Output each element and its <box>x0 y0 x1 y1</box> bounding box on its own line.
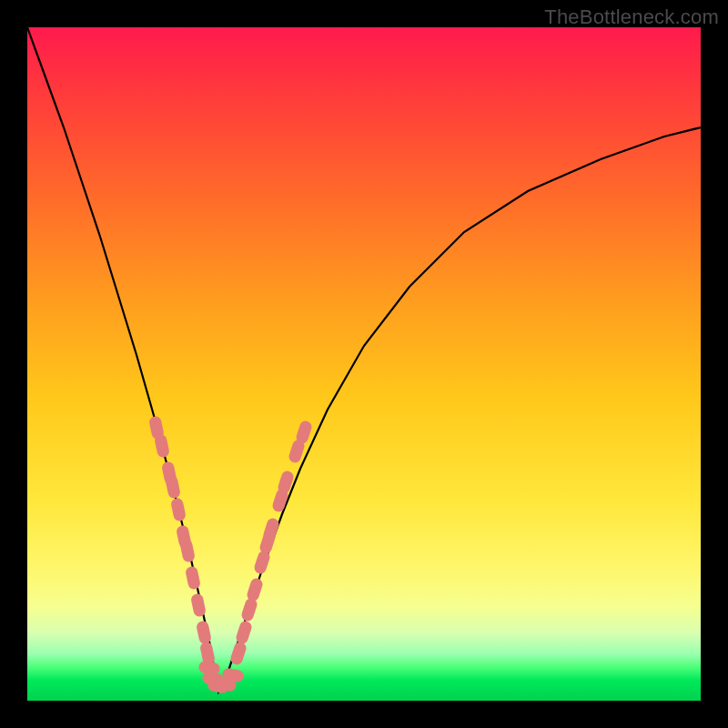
curve-svg <box>27 27 701 701</box>
bead-dot <box>184 547 191 554</box>
bottleneck-curve <box>27 27 701 692</box>
bead-dot <box>277 497 284 504</box>
bead-dot <box>200 629 207 636</box>
bead-dot <box>264 539 271 546</box>
bead-dot <box>206 664 213 672</box>
bead-dot <box>189 574 197 581</box>
bead-dot <box>300 429 308 436</box>
bead-dot <box>195 602 202 609</box>
bead-dot <box>251 586 258 593</box>
bead-dot <box>235 650 242 657</box>
bead-dot <box>209 675 217 682</box>
chart-frame: TheBottleneck.com <box>0 0 728 728</box>
bead-dot <box>268 526 275 533</box>
bead-dot <box>258 559 266 566</box>
bead-dot <box>229 672 237 679</box>
bead-dot <box>166 470 173 477</box>
bead-dot <box>180 533 187 541</box>
bead-dot <box>175 506 182 513</box>
bead-dot <box>293 448 300 455</box>
watermark-text: TheBottleneck.com <box>544 5 719 29</box>
bead-dot <box>153 424 160 431</box>
gradient-plot-area <box>27 27 701 701</box>
bead-dot <box>246 606 253 613</box>
data-beads <box>153 422 308 690</box>
bead-dot <box>282 479 289 486</box>
bead-dot <box>240 629 248 636</box>
bead-dot <box>169 483 177 490</box>
bead-dot <box>158 442 166 450</box>
bead-dot <box>215 682 222 690</box>
bead-dot <box>222 681 229 688</box>
bead-dot <box>204 650 211 657</box>
